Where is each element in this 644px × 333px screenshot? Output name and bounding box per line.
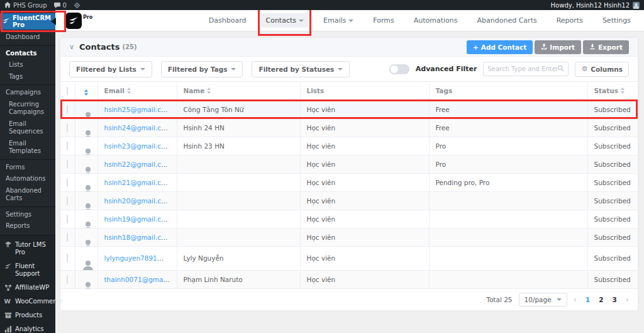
- user-avatar: [633, 2, 640, 9]
- sidebar-item-email-sequences[interactable]: Email Sequences: [0, 118, 55, 138]
- pagination-total: Total 25: [486, 296, 512, 303]
- import-icon: [541, 43, 547, 51]
- nav-automations[interactable]: Automations: [409, 13, 462, 28]
- row-checkbox[interactable]: [67, 254, 68, 262]
- page-number-button[interactable]: 2: [599, 296, 603, 303]
- sidebar-item-forms[interactable]: Forms: [0, 162, 55, 174]
- row-checkbox[interactable]: [67, 142, 68, 150]
- sidebar-item-settings[interactable]: Settings: [0, 209, 55, 221]
- fluentcrm-logo-icon: [3, 17, 10, 26]
- filter-by-statuses-dropdown[interactable]: Filtered by Statuses: [252, 61, 350, 77]
- page-number-button[interactable]: 1: [586, 296, 590, 303]
- import-button[interactable]: Import: [535, 40, 581, 54]
- litespeed-adminbar-menu[interactable]: [74, 2, 80, 9]
- sort-icon[interactable]: [127, 87, 131, 94]
- sidebar-item-fluentcrm-pro[interactable]: FluentCRM Pro: [0, 13, 55, 30]
- page-number-button[interactable]: 3: [612, 296, 616, 303]
- chevron-down-icon: [299, 20, 304, 22]
- sort-icon[interactable]: [84, 89, 88, 96]
- comments-menu[interactable]: 0: [54, 2, 67, 9]
- site-menu[interactable]: PHS Group: [4, 2, 47, 9]
- per-page-select[interactable]: 10/page: [519, 293, 567, 307]
- row-checkbox[interactable]: [67, 196, 68, 205]
- sidebar-item-products[interactable]: Products: [0, 308, 55, 322]
- columns-button[interactable]: ⚙ Columns: [575, 62, 629, 77]
- sidebar-item-woocommerce[interactable]: W WooCommerce: [0, 295, 55, 308]
- nav-dashboard[interactable]: Dashboard: [204, 13, 251, 28]
- sidebar-item-affiliatewp[interactable]: AffiliateWP: [0, 281, 55, 295]
- nav-settings[interactable]: Settings: [598, 13, 635, 28]
- contacts-count: (25): [122, 43, 136, 50]
- export-button[interactable]: Export: [583, 40, 629, 54]
- nav-emails[interactable]: Emails: [319, 13, 358, 28]
- header-status[interactable]: Status: [587, 82, 638, 100]
- sidebar-item-contacts[interactable]: Contacts: [0, 48, 55, 60]
- sidebar-item-automations[interactable]: Automations: [0, 173, 55, 185]
- nav-abandoned-carts[interactable]: Abandoned Carts: [473, 13, 541, 28]
- sidebar-item-email-templates[interactable]: Email Templates: [0, 138, 55, 157]
- contacts-table: Email Name Lists Tags Status hsinh25@gma…: [60, 82, 638, 289]
- advanced-filter-toggle[interactable]: [389, 64, 409, 74]
- contact-email-link[interactable]: hsinh24@gmail.com: [104, 124, 172, 132]
- filter-by-lists-dropdown[interactable]: Filtered by Lists: [69, 61, 152, 77]
- sidebar-item-recurring-campaigns[interactable]: Recurring Campaigns: [0, 99, 55, 118]
- sidebar-item-label: FluentCRM Pro: [13, 14, 53, 28]
- nav-contacts[interactable]: Contacts: [261, 13, 308, 28]
- svg-text:W: W: [4, 298, 11, 305]
- filter-by-tags-dropdown[interactable]: Filtered by Tags: [161, 61, 243, 77]
- sidebar-item-dashboard[interactable]: Dashboard: [0, 31, 55, 43]
- contact-email-link[interactable]: hsinh18@gmail.com: [104, 234, 172, 241]
- next-page-button[interactable]: ›: [626, 295, 629, 304]
- wp-sidebar-menu: FluentCRM Pro Dashboard Contacts Lists T…: [0, 10, 55, 333]
- prev-page-button[interactable]: ‹: [574, 295, 577, 304]
- table-row: hsinh20@gmail.com Học viên Subscribed: [60, 191, 638, 210]
- header-tags: Tags: [429, 82, 587, 100]
- chevron-down-icon: [140, 68, 145, 71]
- contact-email-link[interactable]: hsinh22@gmail.com: [104, 161, 172, 168]
- search-input[interactable]: [487, 65, 557, 72]
- page-title: Contacts: [79, 42, 119, 52]
- nav-reports[interactable]: Reports: [552, 13, 587, 28]
- contact-email-link[interactable]: hsinh20@gmail.com: [104, 197, 172, 205]
- table-row: hsinh22@gmail.com Học viên Pro Subscribe…: [60, 155, 638, 173]
- header-email[interactable]: Email: [97, 82, 177, 100]
- sidebar-item-campaigns[interactable]: Campaigns: [0, 87, 55, 99]
- contact-email-link[interactable]: hsinh21@gmail.com: [104, 179, 172, 186]
- sort-icon[interactable]: [621, 87, 625, 94]
- row-checkbox[interactable]: [67, 178, 68, 187]
- sidebar-item-lists[interactable]: Lists: [0, 59, 55, 71]
- row-checkbox[interactable]: [67, 105, 68, 114]
- nav-forms[interactable]: Forms: [369, 13, 398, 28]
- products-box-icon: [4, 312, 12, 319]
- litespeed-diamond-icon: [74, 2, 80, 9]
- contact-email-link[interactable]: lylynguyen7891@gmail.co...: [104, 254, 177, 262]
- logo-pro-badge: Pro: [83, 14, 92, 20]
- sort-icon[interactable]: [207, 87, 211, 94]
- row-checkbox[interactable]: [67, 160, 68, 169]
- header-name[interactable]: Name: [177, 82, 300, 100]
- contact-email-link[interactable]: hsinh23@gmail.com: [104, 142, 172, 150]
- sidebar-item-tags[interactable]: Tags: [0, 71, 55, 83]
- contact-email-link[interactable]: hsinh25@gmail.com: [104, 106, 172, 113]
- row-checkbox[interactable]: [67, 275, 68, 284]
- row-checkbox[interactable]: [67, 233, 68, 242]
- row-checkbox[interactable]: [67, 215, 68, 223]
- sidebar-item-analytics[interactable]: Analytics: [0, 322, 55, 333]
- table-row: lylynguyen7891@gmail.co... Lyly Nguyễn H…: [60, 246, 638, 270]
- sidebar-item-tutor-lms-pro[interactable]: Tutor LMS Pro: [0, 238, 55, 259]
- contact-email-link[interactable]: thainh0071@gmail.com: [104, 276, 177, 283]
- sidebar-item-fluent-support[interactable]: Fluent Support: [0, 259, 55, 281]
- row-checkbox[interactable]: [67, 123, 68, 132]
- advanced-filter-label: Advanced Filter: [416, 65, 477, 73]
- select-all-checkbox[interactable]: [67, 86, 68, 95]
- add-contact-button[interactable]: + Add Contact: [467, 40, 533, 54]
- sidebar-item-reports[interactable]: Reports: [0, 220, 55, 232]
- home-icon: [4, 2, 11, 8]
- chevron-down-icon: [231, 68, 236, 71]
- card-header: ∨ Contacts (25) + Add Contact Import: [60, 38, 638, 57]
- contact-email-link[interactable]: hsinh19@gmail.com: [104, 215, 172, 223]
- collapse-section-icon[interactable]: ∨: [69, 43, 74, 51]
- account-menu[interactable]: Howdy, Hsinh12 Hsinh12: [551, 2, 640, 9]
- howdy-text: Howdy, Hsinh12 Hsinh12: [551, 2, 630, 9]
- sidebar-item-abandoned-carts[interactable]: Abandoned Carts: [0, 185, 55, 205]
